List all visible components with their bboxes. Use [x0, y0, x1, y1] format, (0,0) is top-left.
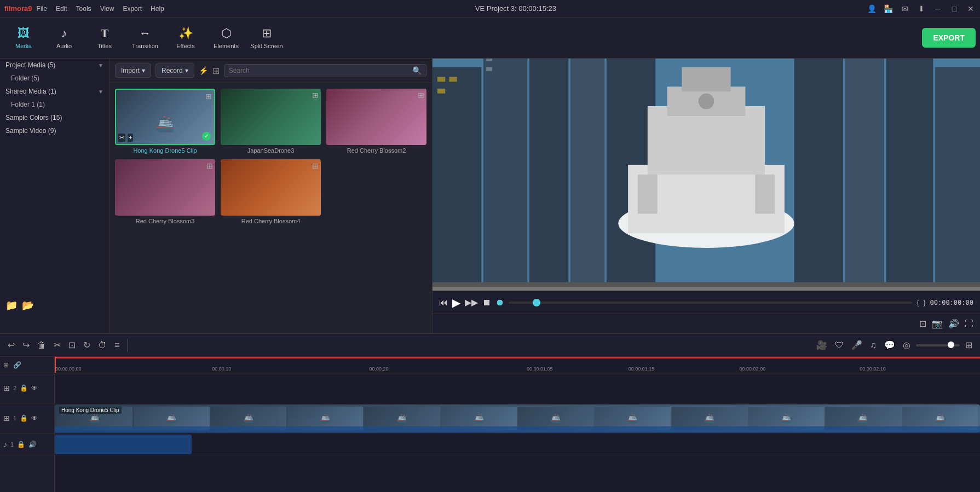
- timeline-toolbar: ↩ ↪ 🗑 ✂ ⊡ ↻ ⏱ ≡ 🎥 🛡 🎤 ♫ 💬 ◎ ⊞: [0, 334, 980, 357]
- menu-export[interactable]: Export: [123, 5, 142, 13]
- speed-button[interactable]: ⏱: [96, 338, 109, 352]
- track-v2-eye-icon[interactable]: 👁: [31, 384, 38, 392]
- play-button[interactable]: ▶: [452, 296, 460, 309]
- media-thumb-cherry3[interactable]: ⊞: [115, 159, 215, 216]
- shared-media-section[interactable]: Shared Media (1) ▼: [0, 85, 109, 98]
- sample-colors-section[interactable]: Sample Colors (15): [0, 111, 109, 124]
- rotate-button[interactable]: ↻: [81, 338, 93, 352]
- search-input[interactable]: [229, 67, 410, 74]
- list-item[interactable]: ⊞ Red Cherry Blossom2: [326, 89, 426, 154]
- record-dot-button[interactable]: ⏺: [495, 298, 504, 308]
- message-icon[interactable]: ✉: [900, 4, 910, 13]
- redo-button[interactable]: ↪: [20, 338, 32, 352]
- delete-button[interactable]: 🗑: [35, 338, 48, 352]
- toolbar-audio[interactable]: ♪ Audio: [45, 20, 83, 56]
- video-preview: [433, 59, 980, 291]
- toolbar-effects[interactable]: ✨ Effects: [166, 20, 205, 56]
- clip-cut-icon: ✂: [118, 134, 125, 142]
- toolbar-transition[interactable]: ↔ Transition: [126, 20, 164, 56]
- export-button[interactable]: EXPORT: [922, 28, 976, 48]
- selected-check-icon: ✓: [202, 132, 211, 141]
- menu-view[interactable]: View: [100, 5, 114, 13]
- svg-rect-15: [682, 67, 730, 92]
- folder-label: Folder (5): [11, 74, 39, 82]
- circle-button[interactable]: ◎: [901, 338, 913, 352]
- crop-button[interactable]: ⊡: [66, 338, 78, 352]
- add-folder-icon[interactable]: 📁: [5, 299, 18, 311]
- camera-snapshot-icon[interactable]: 📷: [932, 319, 943, 329]
- rewind-button[interactable]: ⏮: [439, 298, 448, 308]
- effects-icon: ✨: [178, 26, 193, 40]
- media-thumb-cherry4[interactable]: ⊞: [221, 159, 321, 216]
- screen-fit-icon[interactable]: ⊡: [919, 319, 926, 329]
- list-item[interactable]: ⊞ Red Cherry Blossom3: [115, 159, 215, 224]
- filter-icon[interactable]: ⚡: [199, 66, 208, 75]
- menu-edit[interactable]: Edit: [56, 5, 67, 13]
- menu-file[interactable]: File: [37, 5, 47, 13]
- shared-media-label: Shared Media (1): [5, 88, 56, 95]
- audio-clip-1[interactable]: [55, 435, 192, 454]
- camera-track-button[interactable]: 🎥: [814, 338, 829, 352]
- svg-rect-22: [935, 67, 980, 291]
- media-thumb-cherry1[interactable]: ⊞: [326, 89, 426, 145]
- track-v1-lock-icon[interactable]: 🔒: [20, 414, 28, 422]
- titles-icon: T: [101, 26, 109, 40]
- folder-view-icon[interactable]: 📂: [22, 299, 34, 311]
- cut-button[interactable]: ✂: [51, 338, 63, 352]
- folder1-item[interactable]: Folder 1 (1): [0, 98, 109, 111]
- fast-forward-button[interactable]: ▶▶: [465, 297, 478, 308]
- toolbar-splitscreen[interactable]: ⊞ Split Screen: [247, 20, 286, 56]
- media-label-cherry3: Red Cherry Blossom3: [115, 218, 215, 224]
- minimize-button[interactable]: ─: [933, 4, 943, 13]
- zoom-fit-button[interactable]: ⊞: [963, 338, 975, 352]
- toolbar-titles[interactable]: T Titles: [85, 20, 124, 56]
- import-button[interactable]: Import ▾: [115, 63, 151, 78]
- menu-help[interactable]: Help: [151, 5, 164, 13]
- sample-video-label: Sample Video (9): [5, 127, 56, 135]
- volume-icon[interactable]: 🔊: [948, 319, 959, 329]
- svg-rect-6: [437, 77, 445, 82]
- clip-audio-bar: [55, 426, 980, 433]
- shield-button[interactable]: 🛡: [833, 338, 846, 352]
- add-track-icon[interactable]: ⊞: [3, 361, 9, 369]
- list-item[interactable]: ⊞ Red Cherry Blossom4: [221, 159, 321, 224]
- grid-view-icon[interactable]: ⊞: [212, 66, 220, 76]
- toolbar-media-label: Media: [15, 43, 32, 49]
- close-button[interactable]: ✕: [966, 4, 976, 13]
- maximize-button[interactable]: □: [949, 4, 959, 13]
- record-button[interactable]: Record ▾: [155, 63, 194, 78]
- media-thumb-hk[interactable]: ⊞ ✓ ✂ +: [115, 89, 215, 145]
- thumb-action-icons: ✂ +: [118, 134, 133, 142]
- subtitle-button[interactable]: 💬: [882, 338, 897, 352]
- track-v1-eye-icon[interactable]: 👁: [31, 414, 38, 422]
- fullscreen-icon[interactable]: ⛶: [965, 319, 973, 329]
- audio-icon: ♪: [61, 26, 67, 40]
- svg-rect-1: [433, 67, 481, 291]
- track-a1-eye-icon[interactable]: 🔊: [28, 441, 37, 448]
- media-thumb-japan[interactable]: ⊞: [221, 89, 321, 145]
- project-media-section[interactable]: Project Media (5) ▼: [0, 59, 109, 72]
- toolbar-elements[interactable]: ⬡ Elements: [207, 20, 245, 56]
- progress-bar[interactable]: [509, 302, 912, 304]
- download-icon[interactable]: ⬇: [916, 4, 926, 13]
- stop-button[interactable]: ⏹: [482, 298, 491, 308]
- sample-video-section[interactable]: Sample Video (9): [0, 124, 109, 137]
- preview-panel: ⏮ ▶ ▶▶ ⏹ ⏺ { } 00:00:00:00 ⊡ 📷 🔊 ⛶: [433, 59, 980, 333]
- mic-button[interactable]: 🎤: [849, 338, 864, 352]
- media-label-cherry4: Red Cherry Blossom4: [221, 218, 321, 224]
- track-v2-lock-icon[interactable]: 🔒: [20, 384, 28, 392]
- adjust-button[interactable]: ≡: [112, 338, 122, 352]
- store-icon[interactable]: 🏪: [884, 4, 893, 13]
- profile-icon[interactable]: 👤: [867, 4, 877, 13]
- music-button[interactable]: ♫: [868, 338, 879, 352]
- track-a1-lock-icon[interactable]: 🔒: [17, 441, 25, 448]
- list-item[interactable]: ⊞ ✓ ✂ + Hong Kong Drone5 Clip: [115, 89, 215, 154]
- undo-button[interactable]: ↩: [5, 338, 17, 352]
- playhead[interactable]: [55, 357, 56, 373]
- toolbar-media[interactable]: 🖼 Media: [4, 20, 43, 56]
- link-tracks-icon[interactable]: 🔗: [13, 361, 21, 369]
- list-item[interactable]: ⊞ JapanSeaDrone3: [221, 89, 321, 154]
- menu-tools[interactable]: Tools: [76, 5, 91, 13]
- folder-item[interactable]: Folder (5): [0, 72, 109, 85]
- tracks-body: Hong Kong Drone5 Clip 🚢 🚢 🚢 🚢 🚢 🚢 🚢 🚢: [55, 373, 980, 492]
